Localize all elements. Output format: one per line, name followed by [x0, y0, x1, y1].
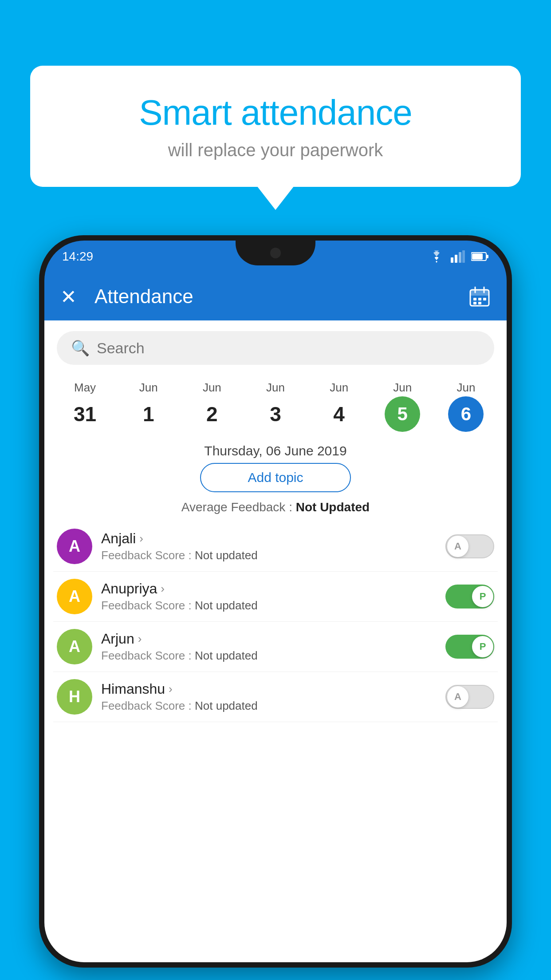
date-number: 6 [448, 396, 484, 432]
svg-rect-12 [478, 298, 481, 300]
chevron-icon: › [138, 632, 142, 646]
date-item[interactable]: Jun3 [244, 377, 307, 435]
date-item[interactable]: May31 [53, 377, 117, 435]
speech-bubble-container: Smart attendance will replace your paper… [30, 66, 521, 187]
student-feedback: Feedback Score : Not updated [101, 549, 437, 562]
date-item[interactable]: Jun2 [180, 377, 244, 435]
date-item[interactable]: Jun1 [117, 377, 180, 435]
student-name: Arjun › [101, 631, 437, 647]
phone-inner: 14:29 [44, 241, 507, 962]
avatar: H [57, 679, 92, 715]
month-label: Jun [309, 381, 369, 395]
student-list: AAnjali ›Feedback Score : Not updatedAAA… [44, 522, 507, 722]
search-icon: 🔍 [71, 339, 90, 357]
toggle-switch[interactable]: P [445, 585, 494, 609]
selected-date: Thursday, 06 June 2019 [44, 443, 507, 458]
svg-rect-5 [486, 255, 488, 258]
svg-rect-13 [483, 298, 486, 300]
student-name: Anjali › [101, 530, 437, 547]
chevron-icon: › [139, 532, 143, 545]
date-number: 1 [131, 396, 166, 432]
toggle-knob: P [472, 636, 493, 657]
chevron-icon: › [169, 682, 173, 696]
add-topic-button[interactable]: Add topic [200, 463, 351, 492]
attendance-toggle[interactable]: A [445, 685, 494, 709]
toggle-knob: A [447, 536, 468, 557]
month-label: Jun [373, 381, 433, 395]
search-bar[interactable]: 🔍 [57, 331, 494, 365]
attendance-toggle[interactable]: P [445, 585, 494, 609]
search-input[interactable] [97, 340, 480, 357]
student-feedback: Feedback Score : Not updated [101, 599, 437, 612]
feedback-value: Not updated [195, 549, 258, 562]
month-label: Jun [182, 381, 242, 395]
date-number: 5 [385, 396, 420, 432]
date-item[interactable]: Jun6 [434, 377, 498, 435]
phone-frame: 14:29 [39, 235, 512, 968]
month-label: Jun [436, 381, 496, 395]
toggle-switch[interactable]: P [445, 635, 494, 659]
month-label: Jun [245, 381, 305, 395]
toggle-knob: P [472, 586, 493, 607]
svg-rect-14 [473, 302, 476, 304]
date-number: 3 [258, 396, 293, 432]
svg-rect-0 [451, 257, 453, 263]
app-content: 🔍 May31Jun1Jun2Jun3Jun4Jun5Jun6 Thursday… [44, 320, 507, 962]
date-number: 4 [321, 396, 357, 432]
svg-rect-11 [473, 298, 476, 300]
student-info: Anupriya ›Feedback Score : Not updated [101, 581, 437, 612]
avg-feedback-value: Not Updated [296, 500, 370, 514]
avg-feedback: Average Feedback : Not Updated [44, 500, 507, 514]
avatar: A [57, 579, 92, 614]
student-info: Arjun ›Feedback Score : Not updated [101, 631, 437, 663]
wifi-icon [429, 250, 445, 263]
toggle-switch[interactable]: A [445, 685, 494, 709]
close-button[interactable]: ✕ [60, 285, 77, 308]
phone-notch [236, 241, 315, 265]
student-feedback: Feedback Score : Not updated [101, 699, 437, 713]
speech-bubble-title: Smart attendance [66, 92, 485, 133]
avatar: A [57, 629, 92, 664]
app-title: Attendance [94, 285, 468, 308]
feedback-value: Not updated [195, 699, 258, 712]
svg-rect-2 [459, 252, 461, 263]
student-item[interactable]: AAnupriya ›Feedback Score : Not updatedP [53, 572, 498, 622]
feedback-value: Not updated [195, 649, 258, 662]
avatar: A [57, 529, 92, 564]
svg-rect-3 [462, 250, 465, 263]
student-info: Himanshu ›Feedback Score : Not updated [101, 681, 437, 713]
status-icons [429, 250, 489, 263]
speech-bubble: Smart attendance will replace your paper… [30, 66, 521, 187]
student-item[interactable]: HHimanshu ›Feedback Score : Not updatedA [53, 672, 498, 722]
student-name: Himanshu › [101, 681, 437, 697]
chevron-icon: › [161, 582, 165, 596]
student-feedback: Feedback Score : Not updated [101, 649, 437, 663]
toggle-switch[interactable]: A [445, 534, 494, 558]
student-info: Anjali ›Feedback Score : Not updated [101, 530, 437, 562]
svg-rect-6 [472, 253, 483, 260]
date-number: 2 [194, 396, 230, 432]
status-time: 14:29 [62, 249, 93, 264]
app-bar: ✕ Attendance [44, 273, 507, 320]
calendar-icon[interactable] [468, 285, 491, 308]
date-strip: May31Jun1Jun2Jun3Jun4Jun5Jun6 [44, 370, 507, 435]
date-number: 31 [67, 396, 103, 432]
speech-bubble-subtitle: will replace your paperwork [66, 140, 485, 160]
attendance-toggle[interactable]: A [445, 534, 494, 558]
signal-icon [451, 250, 465, 263]
student-item[interactable]: AAnjali ›Feedback Score : Not updatedA [53, 522, 498, 572]
svg-rect-15 [478, 302, 481, 304]
battery-icon [471, 252, 489, 261]
month-label: May [55, 381, 115, 395]
avg-feedback-label: Average Feedback : [181, 500, 296, 514]
svg-rect-8 [470, 290, 489, 296]
attendance-toggle[interactable]: P [445, 635, 494, 659]
date-item[interactable]: Jun5 [371, 377, 434, 435]
month-label: Jun [118, 381, 178, 395]
date-item[interactable]: Jun4 [307, 377, 371, 435]
svg-rect-1 [455, 255, 457, 263]
student-name: Anupriya › [101, 581, 437, 597]
student-item[interactable]: AArjun ›Feedback Score : Not updatedP [53, 622, 498, 672]
feedback-value: Not updated [195, 599, 258, 612]
toggle-knob: A [447, 686, 468, 707]
